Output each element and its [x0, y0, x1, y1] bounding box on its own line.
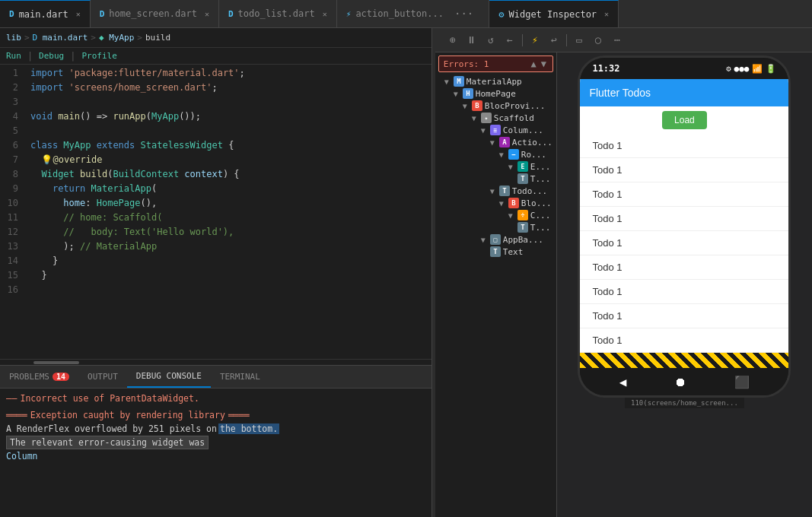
- errors-next-btn[interactable]: ▼: [540, 59, 548, 69]
- todo-item-9: Todo 1: [580, 328, 788, 353]
- app-bar-title: Flutter Todos: [589, 87, 651, 99]
- widget-tree[interactable]: Errors: 1 ▲ ▼ ▼ M MaterialApp: [435, 52, 557, 517]
- code-line-2: 2 import 'screens/home_screen.dart';: [0, 82, 431, 97]
- refresh-btn[interactable]: ↺: [482, 32, 499, 49]
- exception-body-3: The relevant error-causing widget was: [6, 436, 209, 449]
- tree-node-t1[interactable]: T T...: [435, 173, 556, 185]
- tree-node-bloc2[interactable]: ▼ B Blo...: [435, 197, 556, 209]
- square-nav-btn[interactable]: ⬛: [734, 375, 750, 389]
- tree-node-action[interactable]: ▼ A Actio...: [435, 136, 556, 148]
- node-label: MaterialApp: [467, 77, 522, 87]
- tree-node-column[interactable]: ▼ ≡ Colum...: [435, 124, 556, 136]
- line-num-16: 16: [0, 284, 30, 295]
- errors-prev-btn[interactable]: ▲: [529, 59, 537, 69]
- toolbar-sep-1: [522, 34, 523, 46]
- circle-btn[interactable]: ◯: [590, 32, 607, 49]
- tree-node-row[interactable]: ▼ — Ro...: [435, 148, 556, 160]
- tab-terminal[interactable]: TERMINAL: [211, 366, 269, 388]
- run-button[interactable]: Run: [6, 51, 21, 61]
- horizontal-scrollbar[interactable]: [0, 359, 431, 365]
- tab-main-dart[interactable]: D main.dart ✕: [0, 0, 91, 27]
- tab-close-inspector[interactable]: ✕: [604, 10, 609, 18]
- tree-node-text[interactable]: T Text: [435, 246, 556, 258]
- badge-col: ≡: [490, 125, 501, 135]
- tab-label-3: todo_list.dart: [238, 8, 315, 19]
- inspector-toolbar: ⊕ ⏸ ↺ ← ⚡ ↩ ▭ ◯ ⋯: [441, 30, 806, 50]
- back-nav-btn[interactable]: ◀: [619, 375, 627, 389]
- more-btn[interactable]: ⋯: [609, 32, 626, 49]
- tree-node-expanded[interactable]: ▼ E E...: [435, 160, 556, 173]
- load-button[interactable]: Load: [662, 111, 707, 129]
- tree-node-homepage[interactable]: ▼ H HomePage: [435, 87, 556, 100]
- home-nav-btn[interactable]: ⏺: [674, 375, 686, 389]
- line-content-7: 💡@override: [30, 154, 425, 165]
- node-label: Blo...: [521, 198, 552, 208]
- exception-body-3-line: The relevant error-causing widget was: [6, 437, 425, 448]
- tree-node-material-app[interactable]: ▼ M MaterialApp: [435, 75, 556, 87]
- code-line-4: 4 void main() => runApp(MyApp());: [0, 111, 431, 125]
- back-btn[interactable]: ←: [502, 32, 518, 49]
- line-num-1: 1: [0, 68, 30, 78]
- code-line-7: 7 💡@override: [0, 154, 431, 169]
- editor-panel: lib > D main.dart > ◆ MyApp > build Run …: [0, 28, 432, 517]
- debug-button[interactable]: Debug: [39, 51, 64, 61]
- tab-widget-inspector[interactable]: ⚙ Widget Inspector ✕: [489, 0, 619, 27]
- code-editor[interactable]: 1 import 'package:flutter/material.dart'…: [0, 65, 431, 359]
- tab-home-screen[interactable]: D home_screen.dart ✕: [91, 0, 219, 27]
- tab-todo-list[interactable]: D todo_list.dart ✕: [219, 0, 337, 27]
- tab-debug-console[interactable]: DEBUG CONSOLE: [127, 366, 211, 388]
- line-content-10: home: HomePage(),: [30, 198, 425, 208]
- node-label: Text: [503, 247, 524, 257]
- tree-node-scaffold[interactable]: ▼ ✦ Scaffold: [435, 112, 556, 124]
- breadcrumb-sep-3: >: [137, 33, 142, 43]
- breadcrumb-build[interactable]: build: [145, 33, 170, 43]
- undo-btn[interactable]: ↩: [546, 32, 562, 49]
- line-content-12: // body: Text('Hello world'),: [30, 227, 425, 237]
- line-content-14: }: [30, 255, 425, 266]
- code-line-15: 15 }: [0, 270, 431, 284]
- bottom-panel: PROBLEMS 14 OUTPUT DEBUG CONSOLE TERMINA…: [0, 365, 431, 517]
- profile-button[interactable]: Profile: [81, 51, 116, 61]
- tab-close-todo[interactable]: ✕: [323, 10, 327, 18]
- wifi-icon: 📶: [752, 64, 763, 74]
- tab-output[interactable]: OUTPUT: [78, 366, 127, 388]
- more-tabs-button[interactable]: ···: [448, 8, 479, 20]
- tab-problems[interactable]: PROBLEMS 14: [0, 366, 78, 388]
- tab-label-2: home_screen.dart: [109, 8, 197, 19]
- phone-container: 11:32 ⚙ ●●● 📶 🔋 Flutter Todos: [557, 52, 812, 517]
- line-num-2: 2: [0, 82, 30, 93]
- tree-node-ctr[interactable]: ▼ ÷ C...: [435, 209, 556, 221]
- node-label: Ro...: [521, 150, 546, 160]
- tab-action-button[interactable]: ⚡ action_button... ···: [337, 0, 490, 27]
- bottom-content[interactable]: —— Incorrect use of ParentDataWidget. ══…: [0, 389, 431, 517]
- badge-b2: B: [508, 198, 519, 208]
- badge-app: □: [490, 234, 501, 245]
- pause-btn[interactable]: ⏸: [463, 32, 480, 49]
- arrow: ▼: [454, 90, 463, 98]
- signal-icon: ●●●: [734, 64, 750, 74]
- node-label: T...: [530, 174, 551, 184]
- errors-bar[interactable]: Errors: 1 ▲ ▼: [438, 56, 553, 72]
- tab-bar: D main.dart ✕ D home_screen.dart ✕ D tod…: [0, 0, 812, 28]
- code-line-13: 13 ); // MaterialApp: [0, 241, 431, 255]
- line-num-3: 3: [0, 97, 30, 107]
- node-label: HomePage: [476, 89, 516, 99]
- tree-node-blocprov[interactable]: ▼ B BlocProvi...: [435, 100, 556, 112]
- tab-close-main[interactable]: ✕: [76, 10, 81, 18]
- tree-node-todo[interactable]: ▼ T Todo...: [435, 185, 556, 197]
- breadcrumb-main[interactable]: D main.dart: [33, 33, 88, 43]
- tree-node-t2[interactable]: T T...: [435, 221, 556, 233]
- tab-close-home[interactable]: ✕: [205, 10, 209, 18]
- tree-node-appbar[interactable]: ▼ □ AppBa...: [435, 233, 556, 246]
- select-widget-btn[interactable]: ⊕: [444, 32, 461, 49]
- arrow: ▼: [444, 78, 454, 86]
- phone-device: 11:32 ⚙ ●●● 📶 🔋 Flutter Todos: [578, 56, 791, 398]
- code-line-3: 3: [0, 97, 431, 111]
- rect-btn[interactable]: ▭: [571, 32, 588, 49]
- breadcrumb-sep-2: >: [91, 33, 96, 43]
- breadcrumb-myapp[interactable]: ◆ MyApp: [99, 33, 134, 43]
- breadcrumb-lib[interactable]: lib: [6, 33, 21, 43]
- exception-body-2: the bottom.: [218, 423, 279, 434]
- badge-h: H: [463, 88, 473, 99]
- lightning-btn[interactable]: ⚡: [527, 32, 543, 49]
